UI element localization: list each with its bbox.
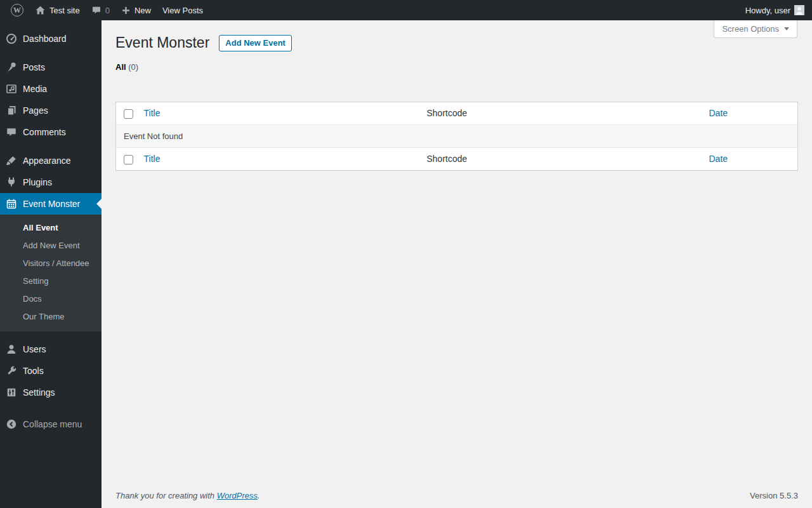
comment-bubble-icon: [91, 5, 102, 15]
column-title-link-bottom[interactable]: Title: [144, 154, 160, 164]
comments-icon: [5, 126, 18, 138]
pushpin-icon: [5, 61, 18, 74]
footer-thanks-text: Thank you for creating with WordPress.: [115, 491, 260, 500]
content-area: Screen Options Event Monster Add New Eve…: [102, 20, 812, 508]
chevron-down-icon: [784, 27, 789, 33]
table-footer-row: Title Shortcode Date: [116, 148, 798, 171]
avatar: [794, 5, 804, 15]
submenu-item-visitors-attendee[interactable]: Visitors / Attendee: [0, 255, 102, 272]
empty-message: Event Not found: [116, 125, 798, 148]
media-icon: [5, 83, 18, 95]
sidebar-item-event-monster[interactable]: Event Monster: [0, 193, 102, 215]
collapse-arrow-icon: [5, 418, 18, 431]
comments-menu[interactable]: 0: [86, 0, 115, 20]
dashboard-gauge-icon: [5, 32, 18, 45]
sidebar-item-settings[interactable]: Settings: [0, 382, 102, 403]
column-date-link[interactable]: Date: [709, 108, 728, 118]
pages-icon: [5, 104, 18, 117]
sidebar-item-posts[interactable]: Posts: [0, 57, 102, 78]
sidebar-item-dashboard[interactable]: Dashboard: [0, 28, 102, 50]
column-shortcode-footer: Shortcode: [421, 148, 703, 171]
comment-count: 0: [105, 6, 110, 15]
submenu-item-setting[interactable]: Setting: [0, 272, 102, 290]
submenu-item-add-new-event[interactable]: Add New Event: [0, 237, 102, 255]
sidebar-item-pages[interactable]: Pages: [0, 100, 102, 121]
events-table: Title Shortcode Date Event Not found Tit…: [115, 102, 798, 171]
new-label: New: [134, 6, 151, 15]
screen-options-toggle[interactable]: Screen Options: [714, 20, 797, 38]
empty-row: Event Not found: [116, 125, 798, 148]
select-all-checkbox-bottom[interactable]: [124, 155, 133, 164]
menu-separator: [0, 143, 102, 150]
filter-all-label: All: [115, 62, 126, 72]
column-title-link[interactable]: Title: [144, 108, 160, 118]
admin-footer: Thank you for creating with WordPress. V…: [115, 491, 798, 500]
sidebar-item-label: Media: [23, 84, 47, 94]
wrench-icon: [5, 364, 18, 377]
site-name-menu[interactable]: Test site: [29, 0, 86, 20]
wordpress-link[interactable]: WordPress: [217, 491, 258, 500]
sidebar-item-label: Settings: [23, 387, 55, 398]
footer-thanks-prefix: Thank you for creating with: [115, 491, 217, 500]
sidebar-item-label: Comments: [23, 127, 66, 137]
filter-all-count: (0): [128, 62, 138, 72]
column-shortcode-header: Shortcode: [421, 102, 703, 125]
view-posts-label: View Posts: [162, 6, 203, 15]
submenu-item-docs[interactable]: Docs: [0, 290, 102, 308]
sidebar-item-tools[interactable]: Tools: [0, 360, 102, 382]
page-title: Event Monster: [115, 34, 209, 52]
plus-icon: [121, 6, 131, 15]
sidebar-item-label: Dashboard: [23, 34, 67, 44]
site-name-label: Test site: [49, 6, 80, 15]
howdy-label: Howdy, user: [745, 6, 790, 15]
admin-menu: Dashboard Posts Media Pages Comments App…: [0, 20, 102, 508]
sidebar-item-label: Event Monster: [23, 199, 80, 209]
sidebar-item-users[interactable]: Users: [0, 338, 102, 360]
sidebar-item-label: Pages: [23, 105, 48, 116]
collapse-menu-label: Collapse menu: [23, 419, 82, 429]
sidebar-item-appearance[interactable]: Appearance: [0, 150, 102, 171]
select-all-checkbox[interactable]: [124, 109, 133, 119]
sidebar-item-label: Posts: [23, 62, 45, 72]
menu-separator: [0, 331, 102, 338]
column-date-link-bottom[interactable]: Date: [709, 154, 728, 164]
wp-logo-menu[interactable]: W: [5, 0, 29, 20]
view-posts-menu[interactable]: View Posts: [157, 0, 209, 20]
sidebar-item-comments[interactable]: Comments: [0, 121, 102, 143]
sidebar-item-label: Plugins: [23, 177, 52, 187]
wordpress-logo-icon: W: [11, 4, 23, 17]
footer-thanks-suffix: .: [258, 491, 260, 500]
filter-links: All (0): [115, 62, 798, 72]
sidebar-item-media[interactable]: Media: [0, 78, 102, 100]
submenu-item-our-theme[interactable]: Our Theme: [0, 308, 102, 326]
sidebar-item-label: Appearance: [23, 156, 71, 166]
footer-version: Version 5.5.3: [750, 491, 798, 500]
my-account-menu[interactable]: Howdy, user: [740, 0, 804, 20]
new-content-menu[interactable]: New: [115, 0, 157, 20]
filter-all-link[interactable]: All (0): [115, 62, 138, 72]
settings-sliders-icon: [5, 386, 18, 399]
event-monster-submenu: All Event Add New Event Visitors / Atten…: [0, 215, 102, 331]
add-new-event-button[interactable]: Add New Event: [219, 35, 292, 51]
users-icon: [5, 343, 18, 356]
submenu-item-all-event[interactable]: All Event: [0, 219, 102, 237]
plugin-icon: [5, 176, 18, 189]
home-icon: [35, 5, 46, 16]
sidebar-item-label: Users: [23, 344, 46, 354]
calendar-icon: [5, 197, 18, 210]
admin-bar: W Test site 0 New View Posts Howdy, user: [0, 0, 812, 20]
table-header-row: Title Shortcode Date: [116, 102, 798, 125]
sidebar-item-label: Tools: [23, 366, 44, 376]
screen-options-label: Screen Options: [722, 24, 779, 34]
appearance-brush-icon: [5, 154, 18, 167]
menu-separator: [0, 50, 102, 57]
collapse-menu-button[interactable]: Collapse menu: [0, 413, 102, 435]
sidebar-item-plugins[interactable]: Plugins: [0, 171, 102, 193]
